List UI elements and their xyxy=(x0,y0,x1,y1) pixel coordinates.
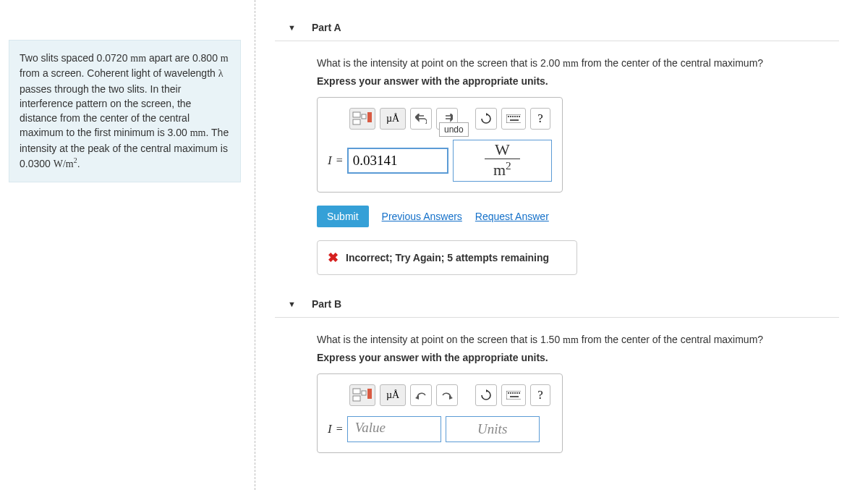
text: from the center of the central maximum? xyxy=(579,334,763,345)
caret-down-icon: ▼ xyxy=(288,300,296,308)
keyboard-button[interactable] xyxy=(501,108,526,130)
part-a-hint: Express your answer with the appropriate… xyxy=(317,75,830,87)
text: apart are 0.800 xyxy=(146,52,221,64)
svg-marker-5 xyxy=(451,114,453,121)
problem-statement: Two slits spaced 0.0720 mm apart are 0.8… xyxy=(9,40,241,182)
svg-rect-13 xyxy=(519,116,520,117)
svg-rect-0 xyxy=(353,112,360,117)
undo-button[interactable] xyxy=(410,384,432,406)
part-b-body: What is the intensity at point on the sc… xyxy=(275,318,839,469)
svg-rect-11 xyxy=(514,116,516,117)
caret-down-icon: ▼ xyxy=(288,23,296,32)
reset-icon xyxy=(480,389,492,401)
svg-rect-10 xyxy=(512,116,514,117)
text: from a screen. Coherent light of wavelen… xyxy=(20,67,218,79)
undo-icon xyxy=(415,390,427,400)
part-b-prompt: What is the intensity at point on the sc… xyxy=(317,334,830,346)
problem-sidebar: Two slits spaced 0.0720 mm apart are 0.8… xyxy=(0,0,250,182)
svg-rect-27 xyxy=(516,392,518,394)
part-b-header[interactable]: ▼ Part B xyxy=(275,291,839,318)
unit-mm: mm xyxy=(563,58,579,69)
answer-row: I = W m2 xyxy=(328,140,552,182)
svg-rect-25 xyxy=(512,392,514,394)
undo-button[interactable] xyxy=(410,108,432,130)
unit-mm: mm xyxy=(563,334,579,345)
svg-marker-4 xyxy=(415,114,419,121)
svg-rect-15 xyxy=(353,389,360,394)
part-a-body: What is the intensity at point on the sc… xyxy=(275,41,839,291)
part-a-answer-card: µÅ ? undo I = xyxy=(317,97,563,193)
svg-marker-19 xyxy=(415,395,419,400)
value-input[interactable]: Value xyxy=(347,416,441,442)
text: What is the intensity at point on the sc… xyxy=(317,57,563,69)
svg-rect-14 xyxy=(510,119,519,121)
keyboard-icon xyxy=(506,391,521,400)
units-box[interactable]: W m2 xyxy=(453,140,552,182)
incorrect-icon: ✖ xyxy=(328,250,339,266)
svg-rect-3 xyxy=(367,112,372,122)
svg-rect-9 xyxy=(510,116,511,117)
value-input[interactable] xyxy=(347,148,448,174)
svg-rect-12 xyxy=(516,116,518,117)
reset-icon xyxy=(480,113,492,124)
svg-rect-28 xyxy=(519,392,520,394)
template-icon xyxy=(352,110,373,127)
keyboard-button[interactable] xyxy=(501,384,526,406)
unit-wm2: W/m2 xyxy=(54,159,77,169)
svg-rect-2 xyxy=(362,114,366,119)
unit-denominator: m2 xyxy=(486,159,519,180)
redo-icon xyxy=(441,390,453,400)
unit-numerator: W xyxy=(485,141,520,159)
text: Two slits spaced 0.0720 xyxy=(20,52,130,64)
units-button[interactable]: µÅ xyxy=(380,108,406,130)
units-button[interactable]: µÅ xyxy=(380,384,406,406)
action-row: Submit Previous Answers Request Answer xyxy=(317,206,830,227)
svg-marker-20 xyxy=(449,395,453,400)
keyboard-icon xyxy=(506,114,521,123)
text: What is the intensity at point on the sc… xyxy=(317,334,563,345)
undo-icon xyxy=(415,114,427,124)
feedback-text: Incorrect; Try Again; 5 attempts remaini… xyxy=(346,252,549,263)
undo-tooltip: undo xyxy=(439,122,469,137)
svg-rect-8 xyxy=(508,116,509,117)
svg-rect-18 xyxy=(367,389,372,399)
text: passes through the two slits. In their i… xyxy=(20,83,191,139)
variable-label: I xyxy=(328,422,332,436)
previous-answers-link[interactable]: Previous Answers xyxy=(382,211,462,222)
variable-label: I xyxy=(328,153,332,168)
text: from the center of the central maximum? xyxy=(579,57,763,69)
request-answer-link[interactable]: Request Answer xyxy=(475,211,549,222)
unit-m: m xyxy=(221,53,229,64)
svg-rect-1 xyxy=(353,119,360,124)
equals-sign: = xyxy=(336,423,343,436)
answer-toolbar: µÅ ? xyxy=(349,384,552,406)
feedback-box: ✖ Incorrect; Try Again; 5 attempts remai… xyxy=(317,240,577,275)
main-content: ▼ Part A What is the intensity at point … xyxy=(275,14,839,469)
svg-rect-24 xyxy=(510,392,511,394)
svg-rect-22 xyxy=(506,391,521,400)
text: . xyxy=(77,158,80,169)
part-b-hint: Express your answer with the appropriate… xyxy=(317,352,830,363)
unit-mm: mm xyxy=(190,127,206,138)
lambda-symbol: λ xyxy=(218,68,224,79)
part-a-header[interactable]: ▼ Part A xyxy=(275,14,839,41)
reset-button[interactable] xyxy=(475,384,497,406)
svg-rect-29 xyxy=(510,396,519,397)
template-button[interactable] xyxy=(349,384,375,406)
help-button[interactable]: ? xyxy=(530,108,550,130)
submit-button[interactable]: Submit xyxy=(317,206,369,227)
redo-button[interactable] xyxy=(436,384,458,406)
svg-rect-7 xyxy=(506,114,521,123)
svg-rect-23 xyxy=(508,392,509,394)
units-box[interactable]: Units xyxy=(446,416,540,442)
reset-button[interactable] xyxy=(475,108,497,130)
part-b-answer-card: µÅ ? I = Value Units xyxy=(317,373,563,453)
help-button[interactable]: ? xyxy=(530,384,550,406)
equals-sign: = xyxy=(336,154,343,167)
part-a-prompt: What is the intensity at point on the sc… xyxy=(317,57,830,69)
text: m xyxy=(493,161,506,179)
part-b-title: Part B xyxy=(312,298,341,310)
svg-rect-17 xyxy=(362,391,366,395)
part-a-title: Part A xyxy=(312,22,341,33)
template-button[interactable] xyxy=(349,108,375,130)
